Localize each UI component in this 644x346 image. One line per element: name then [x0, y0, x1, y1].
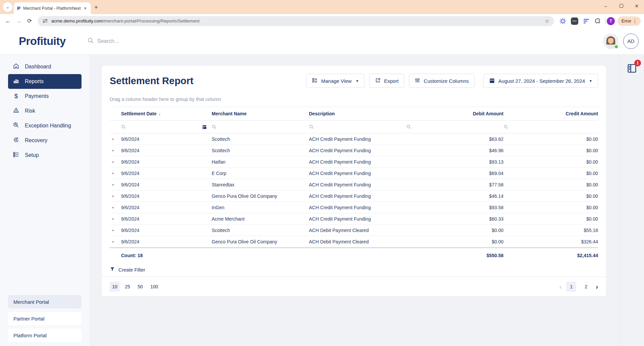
table-row[interactable]: ▸ 9/6/2024Genco Pura Olive Oil CompanyAC…: [110, 190, 598, 202]
settlement-report-card: Settlement Report Manage View ▼ Export: [101, 65, 606, 297]
maximize-button[interactable]: [619, 3, 624, 9]
reader-extension-icon[interactable]: •••: [571, 17, 578, 25]
sidebar-item-label: Exception Handling: [25, 123, 71, 129]
extensions-puzzle-icon[interactable]: [594, 18, 601, 24]
url-bar[interactable]: acme.demo.profituity.com/merchant-portal…: [38, 16, 554, 26]
spinner-extension-icon[interactable]: [559, 18, 566, 24]
col-debit-amount[interactable]: Debit Amount: [406, 111, 503, 116]
filter-settlement-date[interactable]: [121, 121, 212, 133]
sidebar-item-exception-handling[interactable]: Exception Handling: [8, 118, 82, 133]
sidebar-item-label: Setup: [25, 152, 39, 158]
sidebar-item-recovery[interactable]: Recovery: [8, 133, 82, 148]
browser-profile-avatar[interactable]: T: [607, 17, 615, 25]
manage-view-label: Manage View: [321, 78, 352, 84]
portal-platform[interactable]: Platform Portal: [8, 329, 82, 342]
sidebar-item-reports[interactable]: Reports: [8, 74, 82, 89]
user-avatar[interactable]: [603, 34, 619, 49]
sidebar-item-setup[interactable]: Setup: [8, 148, 82, 163]
sidebar-item-payments[interactable]: $ Payments: [8, 89, 82, 104]
table-row[interactable]: ▸ 9/6/2024Acme MerchantACH Credit Paymen…: [110, 213, 598, 225]
chevron-down-icon: ▼: [356, 79, 359, 83]
setup-list-icon: [13, 151, 19, 159]
manage-view-icon: [312, 77, 318, 84]
table-row[interactable]: ▸ 9/6/2024InGenACH Credit Payment Fundin…: [110, 202, 598, 213]
date-picker-icon[interactable]: [202, 124, 207, 129]
sliders-icon: [415, 77, 420, 84]
export-button[interactable]: Export: [369, 74, 404, 88]
portal-label: Platform Portal: [13, 333, 47, 338]
page-size-50[interactable]: 50: [135, 282, 145, 292]
reload-icon[interactable]: ⟳: [24, 16, 35, 26]
col-settlement-date[interactable]: Settlement Date↓: [121, 111, 212, 116]
calendar-icon: [489, 77, 495, 84]
page-size-10[interactable]: 10: [110, 282, 120, 292]
page-size-25[interactable]: 25: [122, 282, 132, 292]
create-filter-label: Create Filter: [118, 267, 145, 273]
table-footer-row: Count: 18 $550.58 $2,415.44: [110, 247, 598, 263]
filter-credit-amount[interactable]: [503, 121, 598, 133]
row-expand-icon[interactable]: ▸: [110, 217, 121, 221]
row-expand-icon[interactable]: ▸: [110, 171, 121, 175]
row-expand-icon[interactable]: ▸: [110, 228, 121, 232]
site-settings-icon[interactable]: [42, 18, 48, 24]
table-row[interactable]: ▸ 9/6/2024StanredtaxACH Credit Payment F…: [110, 179, 598, 190]
forward-icon[interactable]: →: [13, 16, 24, 26]
portal-merchant[interactable]: Merchant Portal: [8, 295, 82, 308]
date-range-button[interactable]: August 27, 2024 - September 26, 2024 ▼: [483, 74, 598, 88]
extensions-area: •••: [559, 17, 601, 25]
tab-search-chevron-icon[interactable]: ⌄: [3, 2, 12, 12]
filter-merchant-name[interactable]: [212, 121, 309, 133]
row-expand-icon[interactable]: ▸: [110, 137, 121, 141]
row-expand-icon[interactable]: ▸: [110, 194, 121, 198]
notifications-panel-button[interactable]: 1: [626, 63, 638, 74]
search-icon: [212, 124, 217, 129]
date-range-label: August 27, 2024 - September 26, 2024: [498, 78, 585, 84]
col-credit-amount[interactable]: Credit Amount: [503, 111, 598, 116]
back-icon[interactable]: ←: [3, 16, 13, 26]
debit-total: $550.58: [406, 253, 503, 258]
next-page-icon[interactable]: ›: [596, 283, 598, 291]
table-row[interactable]: ▸ 9/6/2024E CorpACH Credit Payment Fundi…: [110, 168, 598, 179]
tab-close-icon[interactable]: ✕: [82, 5, 88, 11]
page-1-button[interactable]: 1: [566, 282, 576, 292]
filter-debit-amount[interactable]: [406, 121, 503, 133]
row-expand-icon[interactable]: ▸: [110, 205, 121, 210]
table-row[interactable]: ▸ 9/6/2024ScottechACH Debit Payment Clea…: [110, 225, 598, 236]
search-input[interactable]: [97, 38, 198, 44]
col-merchant-name[interactable]: Merchant Name: [212, 111, 309, 116]
table-row[interactable]: ▸ 9/6/2024Genco Pura Olive Oil CompanyAC…: [110, 236, 598, 247]
filter-description[interactable]: [309, 121, 406, 133]
sidebar-item-risk[interactable]: Risk: [8, 104, 82, 118]
row-expand-icon[interactable]: ▸: [110, 160, 121, 164]
error-menu-button[interactable]: Error ⋮: [618, 16, 641, 26]
page-size-selector: 10 25 50 100: [110, 282, 160, 292]
manage-view-button[interactable]: Manage View ▼: [306, 74, 365, 88]
row-expand-icon[interactable]: ▸: [110, 182, 121, 187]
table-row[interactable]: ▸ 9/6/2024HatfanACH Credit Payment Fundi…: [110, 156, 598, 168]
prev-page-icon[interactable]: ‹: [559, 283, 562, 291]
row-expand-icon[interactable]: ▸: [110, 239, 121, 244]
close-window-button[interactable]: ✕: [634, 3, 639, 9]
page-2-button[interactable]: 2: [581, 282, 591, 292]
sidebar: Dashboard Reports $ Payments Risk Except…: [0, 55, 91, 346]
user-initials-badge[interactable]: AD: [623, 34, 639, 49]
table-row[interactable]: ▸ 9/6/2024ScottechACH Credit Payment Fun…: [110, 145, 598, 156]
bars-extension-icon[interactable]: [583, 18, 590, 24]
global-search[interactable]: [87, 37, 198, 45]
sidebar-item-dashboard[interactable]: Dashboard: [8, 59, 82, 74]
new-tab-button[interactable]: +: [94, 4, 98, 11]
customize-columns-button[interactable]: Customize Columns: [409, 74, 474, 88]
customize-columns-label: Customize Columns: [424, 78, 469, 84]
row-expand-icon[interactable]: ▸: [110, 148, 121, 153]
create-filter-button[interactable]: Create Filter: [102, 263, 606, 277]
group-by-hint: Drag a column header here to group by th…: [110, 97, 598, 102]
browser-tab[interactable]: P Merchant Portal - PlatformNext ✕: [14, 2, 91, 14]
page-size-100[interactable]: 100: [148, 282, 160, 292]
minimize-button[interactable]: –: [603, 3, 608, 9]
dollar-icon: $: [13, 93, 19, 100]
table-row[interactable]: ▸ 9/6/2024ScottechACH Credit Payment Fun…: [110, 133, 598, 145]
bookmark-star-icon[interactable]: ☆: [545, 18, 549, 24]
col-description[interactable]: Description: [309, 111, 406, 116]
portal-partner[interactable]: Partner Portal: [8, 312, 82, 325]
kebab-menu-icon[interactable]: ⋮: [631, 18, 639, 24]
